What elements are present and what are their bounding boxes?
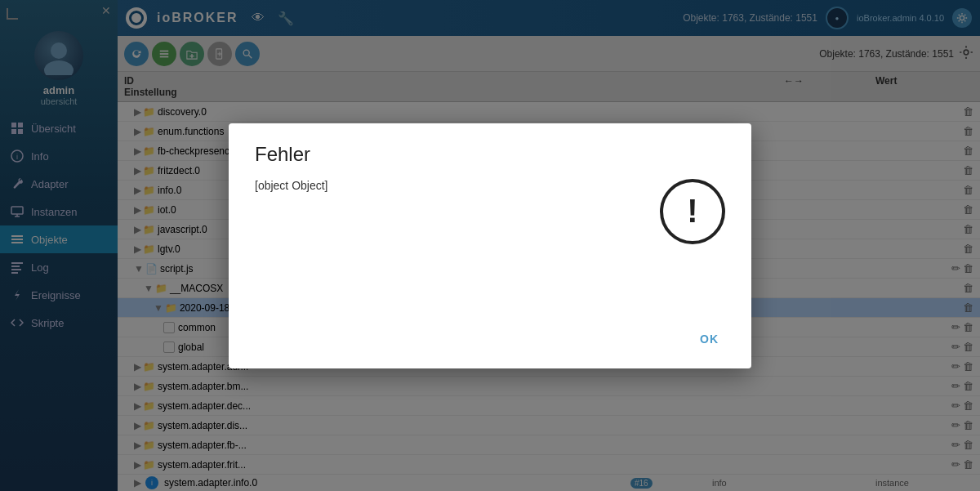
- modal-icon-symbol: !: [687, 193, 697, 230]
- modal-overlay: Fehler [object Object] ! OK: [0, 0, 980, 491]
- modal-ok-button[interactable]: OK: [693, 329, 725, 349]
- modal-message: [object Object]: [255, 179, 328, 192]
- modal-body: [object Object] !: [255, 179, 725, 310]
- modal-error-icon: !: [660, 179, 725, 244]
- modal-title: Fehler: [255, 143, 725, 166]
- error-modal: Fehler [object Object] ! OK: [229, 123, 751, 368]
- modal-footer: OK: [255, 323, 725, 349]
